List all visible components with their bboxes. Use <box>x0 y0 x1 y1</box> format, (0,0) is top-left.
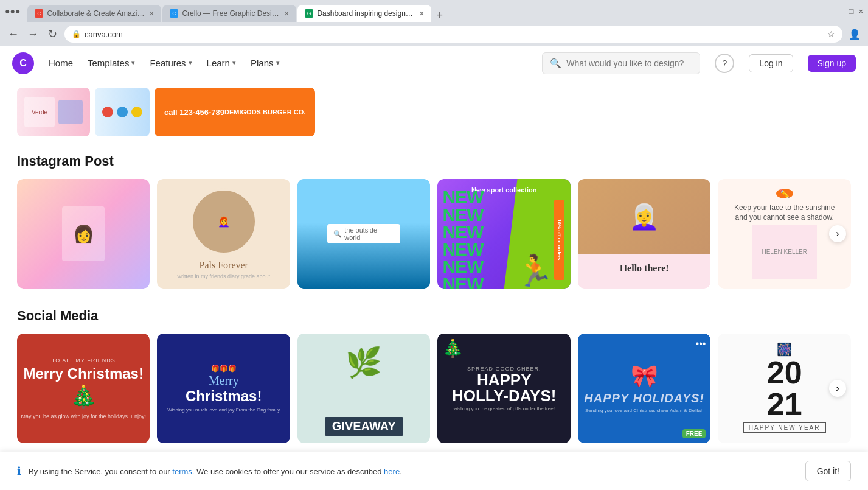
instagram-gallery: 👩 👩‍🦰 Pals Forever written in my friends… <box>17 179 851 289</box>
instagram-section-title: Instagram Post <box>17 153 851 169</box>
social-media-scroll-right[interactable]: › <box>829 380 846 397</box>
sm-card-3[interactable]: 🌿 GIVEAWAY <box>297 334 430 443</box>
ig-card-3[interactable]: 🔍 the outside world <box>297 179 430 289</box>
templates-chevron: ▾ <box>131 59 135 67</box>
cookie-info-icon: ℹ <box>17 464 21 478</box>
ig-card-5[interactable]: 👩‍🦳 Hello there! <box>578 179 710 289</box>
features-chevron: ▾ <box>189 59 192 67</box>
browser-profile-button[interactable]: 👤 <box>846 26 863 43</box>
signup-button[interactable]: Sign up <box>808 55 856 72</box>
reload-button[interactable]: ↻ <box>44 26 61 43</box>
canva-navbar: C Home Templates ▾ Features ▾ Learn ▾ Pl… <box>0 46 868 80</box>
learn-chevron: ▾ <box>232 59 236 67</box>
tab-3-favicon: G <box>305 9 313 18</box>
banner-item-1[interactable]: Verde <box>17 88 90 136</box>
tab-3-close[interactable]: × <box>419 9 424 18</box>
canva-logo[interactable]: C <box>12 52 34 74</box>
tab-2-favicon: C <box>170 9 178 18</box>
ig-card-1[interactable]: 👩 <box>17 179 150 289</box>
back-button[interactable]: ← <box>5 26 22 43</box>
here-link[interactable]: here <box>384 467 400 476</box>
nav-plans[interactable]: Plans ▾ <box>251 58 280 68</box>
got-it-button[interactable]: Got it! <box>805 461 851 481</box>
social-media-section: Social Media TO ALL MY FRIENDS Merry Chr… <box>17 308 851 443</box>
tab-2-close[interactable]: × <box>284 9 289 18</box>
url-text: canva.com <box>85 30 824 39</box>
browser-navigation: ← → ↻ <box>5 26 61 43</box>
sm-card-2[interactable]: 🎁🎁🎁 Merry Christmas! Wishing you much lo… <box>157 334 290 443</box>
cookie-banner: ℹ By using the Service, you consent to o… <box>0 452 868 490</box>
banner-item-2[interactable] <box>95 88 150 136</box>
browser-close[interactable]: × <box>858 7 863 16</box>
nav-features[interactable]: Features ▾ <box>150 58 192 68</box>
browser-tab-3[interactable]: G Dashboard inspiring designs - G... × <box>297 5 431 22</box>
main-content: Verde call 123-456-789 DEMIGODS BURGER C… <box>0 80 868 490</box>
nav-learn[interactable]: Learn ▾ <box>207 58 236 68</box>
new-tab-button[interactable]: + <box>432 9 446 22</box>
browser-tab-2[interactable]: C Crello — Free Graphic Design So... × <box>162 5 296 22</box>
instagram-section: Instagram Post 👩 👩‍🦰 Pals Forever writte… <box>17 153 851 289</box>
browser-tabs: C Collaborate & Create Amazing C... × C … <box>27 0 739 22</box>
ig-card-4[interactable]: New sport collection NEW NEW NEW NEW NEW… <box>437 179 570 289</box>
sm-card-1[interactable]: TO ALL MY FRIENDS Merry Christmas! 🎄 May… <box>17 334 150 443</box>
lock-icon: 🔒 <box>72 30 81 38</box>
sm-card-4[interactable]: 🎄 SPREAD GOOD CHEER. HAPPYHOLLY-DAYS! wi… <box>437 334 570 443</box>
bookmark-icon[interactable]: ☆ <box>827 29 835 39</box>
login-button[interactable]: Log in <box>749 54 793 72</box>
search-box: 🔍 the outside world <box>327 224 400 243</box>
browser-maximize[interactable]: □ <box>849 7 854 16</box>
browser-minimize[interactable]: — <box>836 7 844 16</box>
browser-nav-controls: ●●● <box>5 6 20 16</box>
cookie-text: By using the Service, you consent to our… <box>29 467 798 476</box>
banner-item-3[interactable]: call 123-456-789 DEMIGODS BURGER CO. <box>155 88 315 136</box>
nav-home[interactable]: Home <box>49 58 73 68</box>
forward-button[interactable]: → <box>24 26 41 43</box>
terms-link[interactable]: terms <box>172 467 192 476</box>
tab-3-label: Dashboard inspiring designs - G... <box>317 9 415 18</box>
nav-templates[interactable]: Templates ▾ <box>88 58 135 68</box>
tab-2-label: Crello — Free Graphic Design So... <box>182 9 280 18</box>
browser-tab-1[interactable]: C Collaborate & Create Amazing C... × <box>27 5 161 22</box>
sm-card-5[interactable]: ••• 🎀 HAPPY HOLIDAYS! Sending you love a… <box>578 334 710 443</box>
address-bar-row: ← → ↻ 🔒 canva.com ☆ 👤 <box>0 22 868 46</box>
search-bar[interactable]: 🔍 <box>542 52 700 74</box>
search-input[interactable] <box>566 58 692 68</box>
tab-1-label: Collaborate & Create Amazing C... <box>47 9 145 18</box>
search-icon: 🔍 <box>550 58 561 69</box>
social-media-section-title: Social Media <box>17 308 851 324</box>
address-bar[interactable]: 🔒 canva.com ☆ <box>64 26 842 43</box>
ig-card-2[interactable]: 👩‍🦰 Pals Forever written in my friends d… <box>157 179 290 289</box>
instagram-scroll-right[interactable]: › <box>829 225 846 242</box>
tab-1-close[interactable]: × <box>149 9 154 18</box>
plans-chevron: ▾ <box>276 59 280 67</box>
banners-strip: Verde call 123-456-789 DEMIGODS BURGER C… <box>17 88 851 136</box>
browser-chrome: ●●● C Collaborate & Create Amazing C... … <box>0 0 868 22</box>
social-media-gallery: TO ALL MY FRIENDS Merry Christmas! 🎄 May… <box>17 334 851 443</box>
tab-1-favicon: C <box>35 9 43 18</box>
help-button[interactable]: ? <box>715 54 734 73</box>
